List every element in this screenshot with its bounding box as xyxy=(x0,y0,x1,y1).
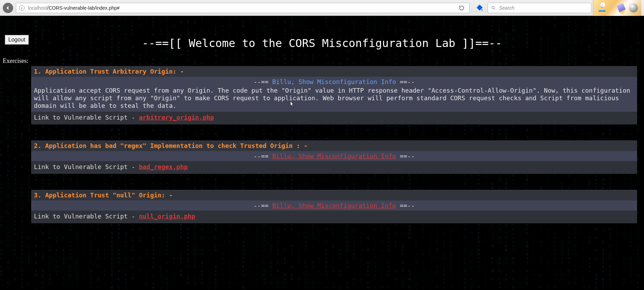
search-icon xyxy=(491,5,496,11)
link-prefix: Link to Vulnerable Script - xyxy=(34,114,139,121)
vulnerable-script-link[interactable]: arbitrary_origin.php xyxy=(139,114,214,121)
toggle-info-row: --== Billu, Show Misconfiguration Info =… xyxy=(31,77,637,87)
browser-chrome: i localhost/CORS-vulnerable-lab/index.ph… xyxy=(0,0,644,16)
toggle-suffix: ==-- xyxy=(396,78,415,85)
toggle-prefix: --== xyxy=(254,202,272,209)
toggle-prefix: --== xyxy=(254,78,272,85)
search-bar[interactable]: Search xyxy=(488,3,591,13)
vulnerable-script-row: Link to Vulnerable Script - null_origin.… xyxy=(31,211,637,223)
link-prefix: Link to Vulnerable Script - xyxy=(34,213,139,220)
logout-button[interactable]: Logout xyxy=(5,35,29,45)
link-prefix: Link to Vulnerable Script - xyxy=(34,163,139,170)
exercise-description: Application accept CORS request from any… xyxy=(31,87,637,112)
exercise-panel: 3. Application Trust "null" Origin: ---=… xyxy=(31,190,637,223)
info-icon[interactable]: i xyxy=(19,5,25,11)
exercises-label: Exercises: xyxy=(3,57,644,65)
toggle-info-row: --== Billu, Show Misconfiguration Info =… xyxy=(31,151,637,161)
vulnerable-script-row: Link to Vulnerable Script - arbitrary_or… xyxy=(31,112,637,124)
vulnerable-script-link[interactable]: bad_regex.php xyxy=(139,163,188,170)
exercise-title: 2. Application has bad "regex" Implement… xyxy=(31,140,637,151)
back-button[interactable] xyxy=(3,3,13,13)
page-body: % ? 0 < 1 + E E 6 & B 4 f # e ? A e B d … xyxy=(0,16,644,290)
download-icon[interactable] xyxy=(597,3,607,13)
page-title: --==[[ Welcome to the CORS Misconfigurat… xyxy=(0,16,644,50)
exercise-panel: 2. Application has bad "regex" Implement… xyxy=(31,140,637,174)
search-placeholder: Search xyxy=(499,5,514,11)
orb-icon xyxy=(629,3,638,12)
svg-point-0 xyxy=(492,6,494,9)
toggle-suffix: ==-- xyxy=(396,202,415,209)
arrow-left-icon xyxy=(5,5,11,11)
fill-bucket-icon[interactable] xyxy=(474,2,486,14)
wand-icon xyxy=(617,3,626,12)
exercise-panel: 1. Application Trust Arbitrary Origin: -… xyxy=(31,66,637,124)
url-path: /CORS-vulnerable-lab/index.php# xyxy=(47,5,119,11)
url-host: localhost xyxy=(28,5,47,11)
url-bar[interactable]: i localhost/CORS-vulnerable-lab/index.ph… xyxy=(16,3,470,13)
toggle-info-link[interactable]: Billu, Show Misconfiguration Info xyxy=(272,202,396,209)
reload-icon xyxy=(459,5,465,11)
exercise-title: 3. Application Trust "null" Origin: - xyxy=(31,190,637,200)
toggle-info-link[interactable]: Billu, Show Misconfiguration Info xyxy=(272,78,396,85)
toggle-info-row: --== Billu, Show Misconfiguration Info =… xyxy=(31,200,637,211)
reload-button[interactable] xyxy=(457,3,466,13)
exercise-title: 1. Application Trust Arbitrary Origin: - xyxy=(31,66,637,77)
toggle-prefix: --== xyxy=(254,152,272,160)
toggle-info-link[interactable]: Billu, Show Misconfiguration Info xyxy=(272,152,396,160)
browser-persona-background xyxy=(593,0,641,16)
vulnerable-script-link[interactable]: null_origin.php xyxy=(139,213,195,220)
toggle-suffix: ==-- xyxy=(396,152,415,160)
vulnerable-script-row: Link to Vulnerable Script - bad_regex.ph… xyxy=(31,161,637,174)
